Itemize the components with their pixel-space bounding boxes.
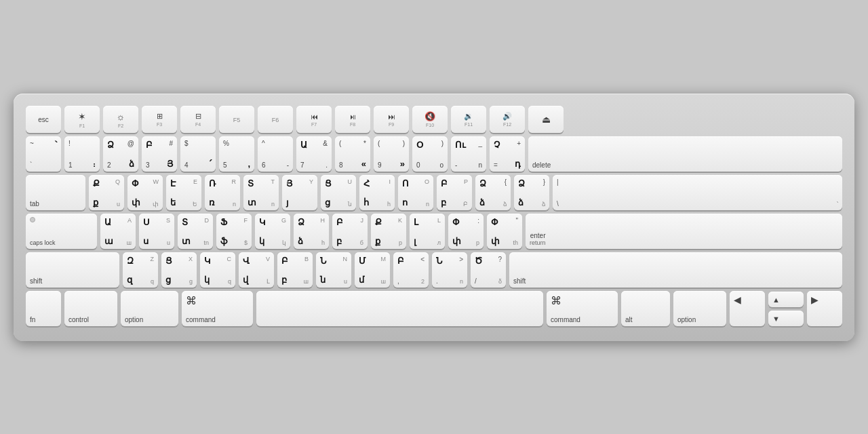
key-3[interactable]: Բ # 3 Յ (142, 136, 177, 172)
key-f2[interactable]: ☼ F2 (103, 106, 138, 133)
key-z[interactable]: Զ Z զ q (123, 252, 158, 288)
bottom-row: fn control option ⌘ command (26, 291, 842, 326)
key-8[interactable]: ( * 8 « (335, 136, 370, 172)
key-u[interactable]: Ց U ց ն (321, 175, 356, 210)
arrow-up-down: ▲ ▼ (768, 292, 804, 326)
key-alt[interactable]: alt (621, 291, 670, 326)
key-bracket-l[interactable]: Ձ { ձ ձ (475, 175, 511, 210)
key-shift-right[interactable]: shift (509, 252, 842, 288)
key-j[interactable]: Բ J բ б (332, 214, 368, 249)
key-7[interactable]: Ա & 7 . (296, 136, 332, 172)
key-i[interactable]: Հ I հ h (359, 175, 395, 210)
key-command-right[interactable]: ⌘ command (547, 291, 618, 326)
key-k[interactable]: Ք K ք р (371, 214, 406, 249)
key-period[interactable]: Ն > . n (432, 252, 467, 288)
key-p[interactable]: Բ P բ Բ (437, 175, 472, 210)
key-control[interactable]: control (64, 291, 117, 326)
key-command-left[interactable]: ⌘ command (182, 291, 253, 326)
key-slash[interactable]: Ծ ? / δ (471, 252, 506, 288)
asdf-row: caps lock Ա A ա ш (26, 214, 842, 249)
key-f4[interactable]: ⊟ F4 (180, 106, 216, 133)
key-2[interactable]: Ձ @ 2 ձ (103, 136, 138, 172)
key-quote[interactable]: Փ " փ th (487, 214, 522, 249)
qwerty-row: tab Ք Q ք u (26, 175, 842, 210)
key-v[interactable]: Վ V վ Լ (239, 252, 274, 288)
key-enter[interactable]: enter return (526, 214, 842, 249)
key-f8[interactable]: ⏯ F8 (335, 106, 370, 133)
key-option-right[interactable]: option (673, 291, 726, 326)
key-6[interactable]: ^ 6 - (258, 136, 293, 172)
key-arrow-down[interactable]: ▼ (768, 311, 804, 326)
key-shift-left[interactable]: shift (26, 252, 119, 288)
keyboard-container: esc ✶ F1 ☼ F2 ⊞ F3 (14, 94, 854, 341)
key-4[interactable]: $ 4 ՛ (180, 136, 216, 172)
key-o[interactable]: Ո O ո n (398, 175, 433, 210)
key-g[interactable]: Կ G կ կ (255, 214, 290, 249)
key-f[interactable]: Ֆ F ֆ $ (216, 214, 252, 249)
key-bracket-r[interactable]: Ձ } ձ ձ (514, 175, 549, 210)
key-t[interactable]: Տ T տ n (243, 175, 279, 210)
key-backslash[interactable]: | \ ՝ (553, 175, 842, 210)
arrow-cluster: ◀ ▲ ▼ (730, 291, 842, 326)
key-c[interactable]: Կ C կ q (200, 252, 235, 288)
zxcv-row: shift Զ Z զ q (26, 252, 842, 288)
key-f12[interactable]: 🔊 F12 (490, 106, 525, 133)
key-rows: esc ✶ F1 ☼ F2 ⊞ F3 (26, 106, 842, 326)
key-1[interactable]: ! 1 ։ (64, 136, 100, 172)
key-option-left[interactable]: option (121, 291, 178, 326)
key-a[interactable]: Ա A ա ш (100, 214, 136, 249)
key-esc[interactable]: esc (26, 106, 61, 133)
key-n[interactable]: Ն N ն u (316, 252, 351, 288)
key-q[interactable]: Ք Q ք u (89, 175, 124, 210)
key-e[interactable]: Է E ե Ե (166, 175, 201, 210)
key-semicolon[interactable]: Փ : փ р (448, 214, 484, 249)
key-arrow-right[interactable]: ▶ (807, 291, 842, 326)
key-arrow-left[interactable]: ◀ (730, 291, 765, 326)
key-f3[interactable]: ⊞ F3 (142, 106, 177, 133)
key-l[interactable]: Լ L լ л (410, 214, 445, 249)
key-f10[interactable]: 🔇 F10 (412, 106, 448, 133)
fn-row: esc ✶ F1 ☼ F2 ⊞ F3 (26, 106, 842, 133)
key-delete[interactable]: delete (528, 136, 842, 172)
key-minus[interactable]: Ու _ - n (451, 136, 486, 172)
key-f1[interactable]: ✶ F1 (64, 106, 100, 133)
key-f6[interactable]: F6 (258, 106, 293, 133)
key-caps-lock[interactable]: caps lock (26, 214, 97, 249)
key-m[interactable]: Մ M մ ш (355, 252, 390, 288)
key-comma[interactable]: Բ < , 2 (393, 252, 429, 288)
key-backtick[interactable]: ~ ՝ ` (26, 136, 61, 172)
key-tab[interactable]: tab (26, 175, 85, 210)
key-x[interactable]: Ց X ց g (161, 252, 197, 288)
key-9[interactable]: ( ) 9 » (374, 136, 409, 172)
key-equals[interactable]: Չ + = դ (490, 136, 525, 172)
key-fn[interactable]: fn (26, 291, 61, 326)
key-b[interactable]: Բ B բ ш (277, 252, 313, 288)
key-5[interactable]: % 5 , (219, 136, 254, 172)
key-arrow-up[interactable]: ▲ (768, 292, 804, 307)
key-0[interactable]: Օ ) 0 o (412, 136, 448, 172)
key-f7[interactable]: ⏮ F7 (296, 106, 332, 133)
num-row: ~ ՝ ` ! 1 ։ (26, 136, 842, 172)
key-w[interactable]: Փ W փ փ (127, 175, 163, 210)
key-r[interactable]: Ռ R ռ n (205, 175, 240, 210)
key-h[interactable]: Ձ H ձ h (294, 214, 329, 249)
key-eject[interactable]: ⏏ (528, 106, 564, 133)
key-space[interactable] (256, 291, 543, 326)
key-d[interactable]: Տ D տ tn (178, 214, 213, 249)
key-f5[interactable]: F5 (219, 106, 254, 133)
key-y[interactable]: Յ Y յ (282, 175, 317, 210)
key-s[interactable]: Ս S ս u (139, 214, 174, 249)
key-f11[interactable]: 🔉 F11 (451, 106, 486, 133)
key-f9[interactable]: ⏭ F9 (374, 106, 409, 133)
